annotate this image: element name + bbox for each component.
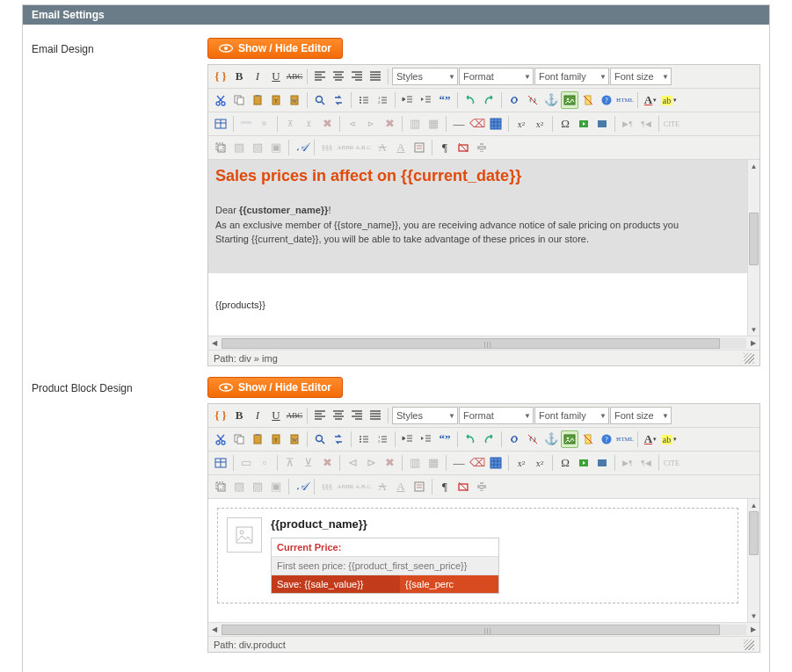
image-button[interactable] [561, 430, 578, 448]
bg-color-button[interactable]: ab▾ [660, 430, 678, 448]
layer-backward-button[interactable]: ▧ [249, 139, 266, 156]
scroll-thumb[interactable] [749, 213, 759, 265]
bullet-list-button[interactable] [355, 91, 373, 109]
show-blocks-button[interactable]: ¶ [436, 139, 454, 156]
undo-button[interactable] [461, 91, 479, 109]
scroll-down-button[interactable]: ▼ [748, 610, 759, 622]
ins-button[interactable]: A [392, 478, 410, 495]
number-list-button[interactable]: 12 [374, 430, 391, 448]
help-button[interactable]: ? [598, 430, 615, 448]
html-button[interactable]: HTML [616, 430, 634, 448]
unlink-button[interactable] [524, 430, 541, 448]
indent-button[interactable] [418, 430, 435, 448]
bold-button[interactable]: B [230, 68, 248, 85]
scroll-down-button[interactable]: ▼ [748, 323, 759, 336]
layer-button[interactable] [212, 478, 229, 495]
table-row-props-button[interactable] [237, 115, 255, 133]
paste-text-button[interactable]: T [267, 430, 285, 448]
special-char-button[interactable]: Ω [556, 115, 574, 133]
show-blocks-button[interactable]: ¶ [436, 478, 454, 495]
image-button[interactable] [561, 91, 578, 109]
hr-button[interactable]: — [450, 454, 468, 472]
media-button[interactable] [575, 115, 592, 133]
bullet-list-button[interactable] [355, 430, 373, 448]
help-button[interactable]: ? [598, 91, 615, 109]
replace-button[interactable] [330, 91, 347, 109]
show-hide-editor-button[interactable]: Show / Hide Editor [207, 377, 343, 398]
copy-button[interactable] [230, 430, 248, 448]
acronym-button[interactable]: A.B.C. [355, 478, 373, 495]
horizontal-scrollbar[interactable]: ◀ ||| ▶ [208, 336, 759, 350]
font-size-select[interactable]: Font size▼ [610, 68, 672, 85]
resize-handle[interactable] [744, 353, 754, 364]
acronym-button[interactable]: A.B.C. [355, 139, 373, 156]
html-button[interactable]: HTML [616, 91, 634, 109]
align-center-button[interactable] [330, 68, 347, 85]
italic-button[interactable]: I [249, 68, 266, 85]
spellcheck-button[interactable]: §§§ [318, 139, 336, 156]
special-char-button[interactable]: Ω [556, 454, 574, 472]
style-props-button[interactable]: 𝒜 [293, 139, 310, 156]
paste-word-button[interactable]: W [286, 430, 303, 448]
col-before-button[interactable]: ⊲ [344, 115, 361, 133]
cut-button[interactable] [212, 91, 229, 109]
text-color-button[interactable]: A▾ [642, 430, 659, 448]
hr-button[interactable]: — [450, 115, 468, 133]
subscript-button[interactable]: x2 [512, 115, 530, 133]
align-left-button[interactable] [311, 68, 329, 85]
link-button[interactable] [505, 430, 523, 448]
ins-button[interactable]: A [392, 139, 410, 156]
merge-cells-button[interactable]: ▦ [425, 454, 442, 472]
blockquote-button[interactable]: “” [436, 430, 454, 448]
scroll-right-button[interactable]: ▶ [747, 625, 759, 633]
layer-abs-button[interactable]: ▣ [267, 139, 285, 156]
format-select[interactable]: Format▼ [459, 407, 534, 424]
row-before-button[interactable]: ⊼ [281, 454, 299, 472]
row-delete-button[interactable]: ✖ [318, 115, 336, 133]
table-cell-props-button[interactable]: ▫ [256, 454, 273, 472]
style-props-button[interactable]: 𝒜 [293, 478, 310, 495]
row-after-button[interactable]: ⊻ [300, 115, 317, 133]
row-delete-button[interactable]: ✖ [318, 454, 336, 472]
fullscreen-button[interactable] [593, 454, 611, 472]
cleanup-button[interactable] [579, 91, 597, 109]
layer-abs-button[interactable]: ▣ [267, 478, 285, 495]
scroll-up-button[interactable]: ▲ [748, 160, 759, 172]
cite-button[interactable]: CITE [663, 115, 680, 133]
find-button[interactable] [311, 430, 329, 448]
abbr-button[interactable]: ABBR [337, 139, 354, 156]
number-list-button[interactable]: 12 [374, 91, 391, 109]
source-icon[interactable]: { } [212, 407, 229, 424]
source-icon[interactable]: { } [212, 68, 229, 85]
subscript-button[interactable]: x2 [512, 454, 530, 472]
paste-word-button[interactable]: W [286, 91, 303, 109]
outdent-button[interactable] [399, 430, 417, 448]
styles-select[interactable]: Styles▼ [392, 68, 458, 85]
layer-button[interactable] [212, 139, 229, 156]
table-cell-props-button[interactable] [256, 115, 273, 133]
nbsp-button[interactable] [454, 139, 472, 156]
media-button[interactable] [575, 454, 592, 472]
anchor-button[interactable]: ⚓ [542, 430, 560, 448]
pagebreak-button[interactable] [473, 139, 490, 156]
scroll-left-button[interactable]: ◀ [208, 625, 221, 633]
horizontal-scrollbar[interactable]: ◀ ||| ▶ [208, 622, 759, 636]
outdent-button[interactable] [399, 91, 417, 109]
align-right-button[interactable] [348, 68, 366, 85]
find-button[interactable] [311, 91, 329, 109]
abbr-button[interactable]: ABBR [337, 478, 354, 495]
table-button[interactable] [212, 115, 229, 133]
row-before-button[interactable]: ⊼ [281, 115, 299, 133]
remove-format-button[interactable]: ⌫ [469, 454, 486, 472]
paste-button[interactable] [249, 91, 266, 109]
strikethrough-button[interactable]: ABC [286, 407, 303, 424]
paste-button[interactable] [249, 430, 266, 448]
nbsp-button[interactable] [454, 478, 472, 495]
vertical-scrollbar[interactable]: ▲ ▼ [747, 160, 759, 336]
align-left-button[interactable] [311, 407, 329, 424]
cite-button[interactable]: CITE [663, 454, 680, 472]
table-button[interactable] [212, 454, 229, 472]
align-center-button[interactable] [330, 407, 347, 424]
del-button[interactable]: A [374, 478, 391, 495]
copy-button[interactable] [230, 91, 248, 109]
